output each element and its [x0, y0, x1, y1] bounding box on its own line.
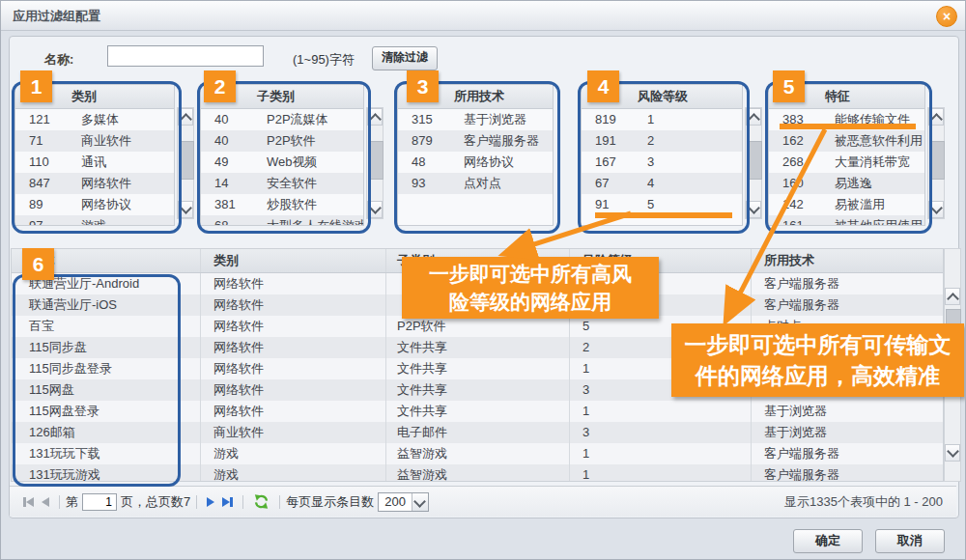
scrollbar[interactable] — [745, 107, 762, 219]
chevron-down-icon[interactable] — [178, 201, 193, 218]
list-item[interactable]: 381炒股软件 — [201, 194, 363, 215]
next-page-icon[interactable] — [207, 497, 214, 507]
step-badge-1: 1 — [20, 70, 52, 102]
cell-risk: 1 — [569, 443, 751, 464]
clear-filter-button[interactable]: 清除过滤 — [372, 46, 438, 70]
list-item[interactable]: 121多媒体 — [15, 109, 174, 130]
characteristic-listbox: 特征 383能够传输文件 162被恶意软件利用 268大量消耗带宽 160易逃逸… — [768, 84, 925, 226]
prev-page-icon[interactable] — [42, 497, 49, 507]
callout-risk: 一步即可选中所有高风 险等级的网络应用 — [402, 257, 659, 319]
cell-risk: 3 — [569, 422, 751, 443]
cell-name: 131玩玩游戏 — [12, 464, 200, 482]
list-item[interactable]: 68大型多人在线游戏 — [201, 215, 363, 226]
list-item[interactable]: 1673 — [582, 152, 742, 173]
list-item[interactable]: 160易逃逸 — [769, 173, 924, 194]
list-item[interactable]: 40P2P流媒体 — [201, 109, 363, 130]
cell-category: 网络软件 — [200, 358, 385, 379]
list-item[interactable]: 71商业软件 — [15, 130, 174, 152]
item-label: 被其他应用使用 — [827, 215, 923, 226]
page-size-select[interactable]: 200 — [378, 492, 429, 512]
list-item[interactable]: 93点对点 — [398, 173, 553, 194]
list-item[interactable]: 110通讯 — [15, 152, 174, 173]
separator — [242, 495, 243, 509]
list-item[interactable]: 161被其他应用使用 — [769, 215, 924, 226]
risk-level-listbox: 风险等级 8191 1912 1673 674 915 — [581, 84, 743, 226]
cell-name: 联通营业厅-iOS — [12, 294, 200, 316]
scrollbar[interactable] — [366, 107, 384, 219]
chevron-up-icon[interactable] — [746, 108, 761, 126]
ok-button[interactable]: 确定 — [793, 529, 863, 553]
first-page-icon[interactable] — [23, 497, 34, 507]
list-item[interactable]: 915 — [582, 194, 742, 215]
list-item[interactable]: 879客户端服务器 — [398, 130, 553, 152]
item-label: 易被滥用 — [827, 194, 885, 215]
page-size-value: 200 — [379, 494, 412, 509]
chevron-up-icon[interactable] — [367, 108, 383, 126]
column-header-category: 类别 — [200, 249, 385, 272]
list-item[interactable]: 142易被滥用 — [769, 194, 924, 215]
list-item[interactable]: 162被恶意软件利用 — [769, 130, 924, 152]
item-count: 49 — [201, 152, 259, 173]
scrollbar-thumb[interactable] — [368, 141, 384, 180]
table-row[interactable]: 126邮箱商业软件电子邮件3基于浏览器 — [12, 422, 943, 443]
item-label: 被恶意软件利用 — [827, 130, 923, 152]
refresh-icon[interactable] — [253, 493, 270, 510]
cell-category: 游戏 — [200, 464, 385, 482]
cell-category: 游戏 — [200, 443, 385, 464]
chevron-down-icon[interactable] — [928, 201, 944, 218]
item-count: 167 — [582, 152, 639, 173]
list-item[interactable]: 268大量消耗带宽 — [769, 152, 924, 173]
scrollbar[interactable] — [177, 107, 194, 219]
cell-category: 网络软件 — [200, 401, 385, 422]
scrollbar-thumb[interactable] — [747, 141, 762, 180]
list-item[interactable]: 97游戏 — [15, 215, 174, 226]
cell-category: 网络软件 — [200, 379, 385, 401]
item-label: 4 — [639, 173, 654, 194]
cell-subcategory: 文件共享 — [385, 337, 569, 358]
callout-risk-line2: 险等级的网络应用 — [402, 288, 659, 316]
list-item[interactable]: 14安全软件 — [201, 173, 363, 194]
table-row[interactable]: 131玩玩游戏游戏益智游戏1客户端服务器 — [12, 464, 943, 482]
table-row[interactable]: 115网盘登录网络软件文件共享1基于浏览器 — [12, 401, 943, 422]
item-label: 客户端服务器 — [456, 130, 539, 152]
chevron-down-icon[interactable] — [945, 444, 960, 462]
scrollbar-thumb[interactable] — [179, 141, 194, 180]
chevron-down-icon[interactable] — [367, 201, 383, 218]
list-item[interactable]: 315基于浏览器 — [398, 109, 553, 130]
item-label: 多媒体 — [73, 109, 119, 130]
list-item[interactable]: 8191 — [582, 109, 742, 130]
item-label: 安全软件 — [259, 173, 317, 194]
item-count: 162 — [769, 130, 827, 152]
last-page-icon[interactable] — [222, 497, 233, 507]
list-item[interactable]: 49Web视频 — [201, 152, 363, 173]
page-size-label: 每页显示条目数 — [286, 493, 374, 511]
list-item[interactable]: 674 — [582, 173, 742, 194]
page-number-input[interactable] — [82, 493, 117, 511]
chevron-up-icon[interactable] — [945, 288, 960, 305]
close-icon[interactable]: × — [936, 6, 957, 27]
chevron-up-icon[interactable] — [178, 108, 193, 126]
technology-listbox: 所用技术 315基于浏览器 879客户端服务器 48网络协议 93点对点 — [397, 84, 554, 226]
step-badge-6: 6 — [22, 248, 54, 280]
step-badge-2: 2 — [204, 70, 236, 102]
list-item[interactable]: 847网络软件 — [15, 173, 174, 194]
chevron-down-icon[interactable] — [746, 201, 761, 218]
cell-risk: 1 — [569, 464, 751, 482]
list-item[interactable]: 383能够传输文件 — [769, 109, 924, 130]
item-label: 5 — [639, 194, 654, 215]
list-item[interactable]: 89网络协议 — [15, 194, 174, 215]
item-count: 40 — [201, 109, 259, 130]
cancel-button[interactable]: 取消 — [875, 529, 945, 553]
name-input[interactable] — [107, 45, 264, 67]
table-row[interactable]: 131玩玩下载游戏益智游戏1客户端服务器 — [12, 443, 943, 464]
list-item[interactable]: 1912 — [582, 130, 742, 152]
page-suffix: 页，总页数7 — [121, 493, 190, 511]
chevron-up-icon[interactable] — [928, 108, 944, 126]
cell-subcategory: 益智游戏 — [385, 443, 569, 464]
cell-category: 网络软件 — [200, 273, 385, 294]
page-prefix: 第 — [66, 493, 78, 511]
list-item[interactable]: 48网络协议 — [398, 152, 553, 173]
scrollbar-thumb[interactable] — [929, 141, 945, 180]
scrollbar[interactable] — [927, 107, 945, 219]
list-item[interactable]: 40P2P软件 — [201, 130, 363, 152]
